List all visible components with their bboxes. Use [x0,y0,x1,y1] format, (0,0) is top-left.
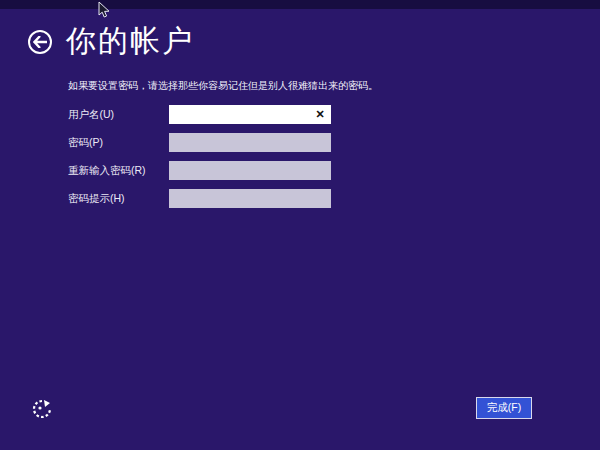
ease-of-access-icon [32,399,52,419]
finish-button[interactable]: 完成(F) [476,397,532,419]
password-input[interactable] [169,133,331,152]
username-field-wrap: ✕ [169,105,331,124]
oobe-account-screen: { "page": { "title": "你的帐户", "instructio… [0,0,600,450]
password-hint-field-wrap [169,189,331,208]
password-row: 密码(P) [68,133,368,152]
back-button[interactable] [28,30,52,54]
page-title: 你的帐户 [66,24,194,58]
password-field-wrap [169,133,331,152]
password-hint-label: 密码提示(H) [68,192,169,206]
top-edge-strip [0,0,600,9]
password-hint-input[interactable] [169,189,331,208]
password-label: 密码(P) [68,136,169,150]
clear-text-icon[interactable]: ✕ [313,106,327,123]
ease-of-access-button[interactable] [31,398,53,420]
password-hint-row: 密码提示(H) [68,189,368,208]
account-form: 用户名(U) ✕ 密码(P) 重新输入密码(R) 密码提示(H) [68,105,368,217]
back-arrow-icon [33,36,47,48]
username-row: 用户名(U) ✕ [68,105,368,124]
username-label: 用户名(U) [68,108,169,122]
instruction-text: 如果要设置密码，请选择那些你容易记住但是别人很难猜出来的密码。 [68,79,378,92]
confirm-password-row: 重新输入密码(R) [68,161,368,180]
confirm-password-label: 重新输入密码(R) [68,164,169,178]
confirm-password-field-wrap [169,161,331,180]
confirm-password-input[interactable] [169,161,331,180]
username-input[interactable] [169,105,331,124]
